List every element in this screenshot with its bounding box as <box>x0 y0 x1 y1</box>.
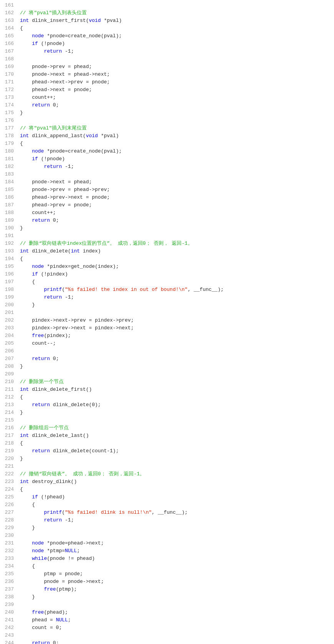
line-content: // 删除组后一个节点 <box>18 424 334 432</box>
line-number: 198 <box>0 286 18 294</box>
table-row: 180 node *pnode=create_node(pval); <box>0 148 334 155</box>
line-content: return -1; <box>18 294 334 301</box>
line-number: 177 <box>0 124 18 132</box>
line-number: 234 <box>0 563 18 570</box>
line-number: 221 <box>0 463 18 470</box>
line-content: return -1; <box>18 516 334 524</box>
table-row: 175} <box>0 109 334 117</box>
line-content: } <box>18 455 334 463</box>
table-row: 172 phead->next = pnode; <box>0 86 334 94</box>
table-row: 204 free(pindex); <box>0 332 334 340</box>
line-content <box>18 417 334 424</box>
table-row: 188 count++; <box>0 209 334 217</box>
table-row: 191 <box>0 232 334 240</box>
line-number: 228 <box>0 516 18 524</box>
line-number: 193 <box>0 247 18 255</box>
line-content: // 将"pval"插入到表头位置 <box>18 9 334 17</box>
line-number: 240 <box>0 609 18 616</box>
table-row: 173 count++; <box>0 94 334 101</box>
line-number: 182 <box>0 163 18 171</box>
line-number: 173 <box>0 94 18 101</box>
line-content: count++; <box>18 94 334 101</box>
code-lines-container: 161 162// 将"pval"插入到表头位置163int dlink_ins… <box>0 2 334 644</box>
line-number: 218 <box>0 440 18 447</box>
table-row: 213 return dlink_delete(0); <box>0 401 334 409</box>
line-content: count--; <box>18 340 334 347</box>
line-content: int dlink_insert_first(void *pval) <box>18 17 334 25</box>
table-row: 222// 撤销“双向链表”。 成功，返回0； 否则，返回-1。 <box>0 470 334 478</box>
line-content: { <box>18 393 334 401</box>
line-number: 226 <box>0 501 18 509</box>
line-content: pnode->prev = phead; <box>18 63 334 71</box>
line-number: 238 <box>0 593 18 601</box>
table-row: 202 pindex->next->prev = pindex->prev; <box>0 317 334 324</box>
line-number: 196 <box>0 271 18 278</box>
line-number: 213 <box>0 401 18 409</box>
line-content: return -1; <box>18 163 334 171</box>
line-content: { <box>18 278 334 286</box>
table-row: 234 { <box>0 563 334 570</box>
table-row: 217int dlink_delete_last() <box>0 432 334 440</box>
table-row: 181 if (!pnode) <box>0 155 334 163</box>
table-row: 215 <box>0 417 334 424</box>
line-number: 185 <box>0 186 18 194</box>
line-content: return 0; <box>18 355 334 363</box>
table-row: 195 node *pindex=get_node(index); <box>0 263 334 271</box>
line-number: 211 <box>0 386 18 393</box>
line-number: 199 <box>0 294 18 301</box>
line-content: // 删除第一个节点 <box>18 378 334 386</box>
line-content: count++; <box>18 209 334 217</box>
line-number: 176 <box>0 117 18 124</box>
line-content <box>18 347 334 355</box>
table-row: 229 } <box>0 524 334 532</box>
line-content <box>18 232 334 240</box>
line-content: printf("%s failed! the index in out of b… <box>18 286 334 294</box>
line-content <box>18 532 334 539</box>
table-row: 162// 将"pval"插入到表头位置 <box>0 9 334 17</box>
table-row: 205 count--; <box>0 340 334 347</box>
table-row: 168 <box>0 55 334 63</box>
table-row: 210// 删除第一个节点 <box>0 378 334 386</box>
table-row: 198 printf("%s failed! the index in out … <box>0 286 334 294</box>
line-number: 206 <box>0 347 18 355</box>
line-number: 170 <box>0 71 18 78</box>
line-number: 184 <box>0 178 18 186</box>
table-row: 182 return -1; <box>0 163 334 171</box>
line-number: 183 <box>0 171 18 178</box>
line-number: 190 <box>0 224 18 232</box>
table-row: 239 <box>0 601 334 609</box>
line-number: 212 <box>0 393 18 401</box>
table-row: 164{ <box>0 25 334 32</box>
line-content <box>18 632 334 639</box>
line-number: 223 <box>0 478 18 486</box>
table-row: 242 count = 0; <box>0 624 334 632</box>
table-row: 165 node *pnode=create_node(pval); <box>0 32 334 40</box>
table-row: 218{ <box>0 440 334 447</box>
line-number: 208 <box>0 363 18 370</box>
line-number: 235 <box>0 570 18 578</box>
line-number: 188 <box>0 209 18 217</box>
line-content: { <box>18 486 334 493</box>
line-content: { <box>18 255 334 263</box>
line-content: } <box>18 409 334 417</box>
table-row: 190} <box>0 224 334 232</box>
table-row: 163int dlink_insert_first(void *pval) <box>0 17 334 25</box>
table-row: 196 if (!pindex) <box>0 271 334 278</box>
line-content: int destroy_dlink() <box>18 478 334 486</box>
line-content: } <box>18 301 334 309</box>
line-content: { <box>18 140 334 148</box>
line-content: { <box>18 440 334 447</box>
table-row: 236 pnode = pnode->next; <box>0 578 334 586</box>
table-row: 240 free(phead); <box>0 609 334 616</box>
line-content <box>18 463 334 470</box>
line-number: 166 <box>0 40 18 48</box>
table-row: 233 while(pnode != phead) <box>0 555 334 563</box>
line-number: 167 <box>0 48 18 55</box>
line-content: ptmp = pnode; <box>18 570 334 578</box>
line-number: 224 <box>0 486 18 493</box>
table-row: 237 free(ptmp); <box>0 586 334 593</box>
line-content: node *pnode=phead->next; <box>18 539 334 547</box>
line-number: 169 <box>0 63 18 71</box>
line-number: 230 <box>0 532 18 539</box>
table-row: 161 <box>0 2 334 9</box>
